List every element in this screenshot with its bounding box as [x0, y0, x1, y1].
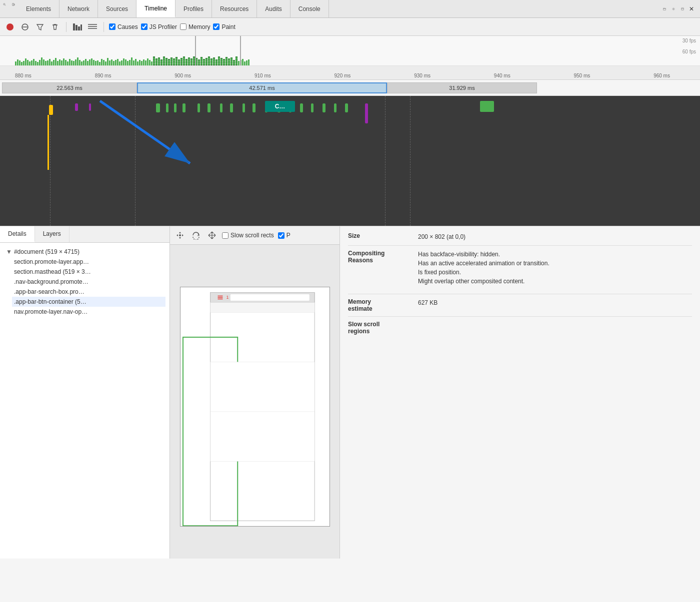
event-green-2[interactable] — [166, 103, 168, 112]
tick-930: 930 ms — [414, 73, 430, 78]
vline-2 — [385, 96, 386, 226]
close-icon[interactable]: ✕ — [687, 4, 696, 13]
move-button[interactable] — [206, 229, 218, 241]
tab-timeline[interactable]: Timeline — [136, 0, 176, 17]
tab-audits[interactable]: Audits — [257, 0, 290, 17]
tick-920: 920 ms — [334, 73, 351, 78]
svg-rect-15 — [78, 26, 80, 30]
frame-bar-3[interactable]: 31.929 ms — [387, 82, 537, 93]
flame-view-button[interactable] — [86, 21, 98, 33]
event-green-7[interactable] — [220, 103, 222, 112]
tree-item-0[interactable]: section.promote-layer.app… — [12, 257, 166, 267]
tab-resources[interactable]: Resources — [212, 0, 257, 17]
event-green-right[interactable] — [480, 101, 494, 112]
svg-rect-8 — [682, 7, 684, 10]
stop-button[interactable] — [19, 21, 31, 33]
prop-memory-row: Memoryestimate 627 KB — [348, 298, 692, 312]
event-green-8[interactable] — [230, 103, 233, 112]
divider-3 — [348, 316, 692, 317]
prop-size-row: Size 200 × 802 (at 0,0) — [348, 232, 692, 241]
nav-right-icons: ✕ — [660, 0, 700, 17]
event-green-18[interactable] — [345, 103, 348, 112]
size-value: 200 × 802 (at 0,0) — [418, 232, 692, 241]
event-yellow-1[interactable] — [49, 105, 53, 115]
slow-scroll-label: Slow scrollregions — [348, 321, 418, 335]
event-purple-2[interactable] — [89, 103, 91, 111]
tab-network[interactable]: Network — [60, 0, 98, 17]
event-green-15[interactable] — [311, 103, 314, 112]
tab-console[interactable]: Console — [290, 0, 329, 17]
tab-layers[interactable]: Layers — [35, 226, 70, 242]
event-c-label[interactable]: C… — [265, 101, 295, 112]
divider-2 — [348, 294, 692, 294]
event-purple-1[interactable] — [75, 103, 78, 111]
timeline-events: C… — [0, 96, 700, 226]
event-green-3[interactable] — [174, 103, 176, 112]
device-icon[interactable] — [9, 0, 18, 9]
dock-icon[interactable] — [660, 4, 669, 13]
record-button[interactable] — [4, 21, 16, 33]
devtools-nav: Elements Network Sources Timeline Profil… — [0, 0, 700, 18]
timeline-area: 30 fps 60 fps — [0, 36, 700, 226]
layers-panel: Details Layers ▼ #document (519 × 4715) … — [0, 226, 170, 559]
slow-scroll-checkbox[interactable]: Slow scroll rects — [222, 232, 274, 239]
event-green-6[interactable] — [208, 103, 210, 112]
memory-label: Memoryestimate — [348, 298, 418, 312]
rotate-button[interactable] — [190, 229, 202, 241]
tree-item-4[interactable]: .app-bar-btn-container (5… — [12, 297, 166, 307]
pan-button[interactable] — [174, 229, 186, 241]
size-label: Size — [348, 232, 418, 241]
svg-rect-16 — [80, 24, 82, 30]
tree-root-item[interactable]: ▼ #document (519 × 4715) — [4, 247, 166, 257]
event-green-14[interactable] — [300, 103, 303, 112]
svg-rect-29 — [210, 302, 314, 312]
svg-point-7 — [673, 8, 674, 9]
tree-item-2[interactable]: .nav-background.promote… — [12, 277, 166, 287]
fps-30-label: 30 fps — [682, 38, 696, 43]
event-green-10[interactable] — [252, 103, 256, 112]
divider-1 — [348, 245, 692, 246]
svg-text:1: 1 — [226, 295, 228, 300]
svg-marker-12 — [37, 24, 43, 30]
vline-4 — [410, 96, 410, 226]
event-green-17[interactable] — [334, 103, 336, 112]
frame-bars-row: 22.563 ms 42.571 ms 31.929 ms — [0, 80, 700, 96]
event-green-9[interactable] — [242, 103, 245, 112]
frame-bar-selected[interactable]: 42.571 ms — [137, 82, 387, 93]
tab-details[interactable]: Details — [0, 226, 35, 242]
tab-elements[interactable]: Elements — [18, 0, 60, 17]
event-green-16[interactable] — [322, 103, 326, 112]
settings-icon[interactable] — [669, 4, 678, 13]
svg-rect-2 — [12, 3, 14, 6]
tab-profiles[interactable]: Profiles — [176, 0, 212, 17]
event-green-4[interactable] — [182, 103, 186, 112]
timeline-toolbar: Causes JS Profiler Memory Paint — [0, 18, 700, 36]
clear-button[interactable] — [49, 21, 61, 33]
undock-icon[interactable] — [678, 4, 687, 13]
event-purple-3[interactable] — [365, 103, 368, 123]
tree-item-5[interactable]: nav.promote-layer.nav-op… — [12, 307, 166, 317]
paint-checkbox[interactable]: Paint — [213, 23, 235, 30]
js-profiler-checkbox[interactable]: JS Profiler — [141, 23, 177, 30]
svg-rect-13 — [73, 23, 75, 30]
event-green-1[interactable] — [156, 103, 160, 112]
tree-item-3[interactable]: .app-bar-search-box.pro… — [12, 287, 166, 297]
properties-content: Size 200 × 802 (at 0,0) CompositingReaso… — [340, 226, 700, 345]
layers-tree: ▼ #document (519 × 4715) section.promote… — [0, 243, 170, 559]
paint-checkbox-preview[interactable]: P — [278, 232, 290, 239]
memory-checkbox[interactable]: Memory — [180, 23, 210, 30]
bars-view-button[interactable] — [72, 21, 84, 33]
compositing-reasons-block: CompositingReasons Has backface-visibili… — [348, 250, 692, 286]
causes-checkbox[interactable]: Causes — [109, 23, 138, 30]
frame-bar-1[interactable]: 22.563 ms — [2, 82, 137, 93]
filter-button[interactable] — [34, 21, 46, 33]
panel-tabs: Details Layers — [0, 226, 170, 243]
tree-item-1[interactable]: section.masthead (519 × 3… — [12, 267, 166, 277]
tick-940: 940 ms — [494, 73, 510, 78]
tab-sources[interactable]: Sources — [98, 0, 136, 17]
tree-children: section.promote-layer.app… section.masth… — [4, 257, 166, 317]
fps-area: 30 fps 60 fps — [0, 36, 700, 66]
search-icon[interactable] — [0, 0, 9, 9]
event-green-5[interactable] — [198, 103, 200, 112]
tick-890: 890 ms — [95, 73, 112, 78]
